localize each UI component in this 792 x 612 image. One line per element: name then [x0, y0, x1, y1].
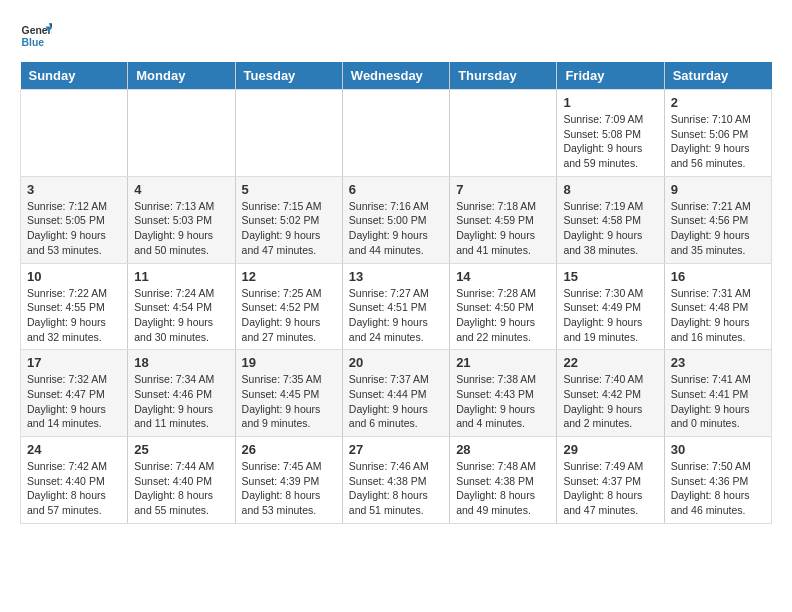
week-row-4: 17Sunrise: 7:32 AM Sunset: 4:47 PM Dayli…: [21, 350, 772, 437]
day-cell: [128, 90, 235, 177]
day-info: Sunrise: 7:15 AM Sunset: 5:02 PM Dayligh…: [242, 199, 336, 258]
day-cell: 23Sunrise: 7:41 AM Sunset: 4:41 PM Dayli…: [664, 350, 771, 437]
day-number: 29: [563, 442, 657, 457]
day-cell: [235, 90, 342, 177]
day-cell: 27Sunrise: 7:46 AM Sunset: 4:38 PM Dayli…: [342, 437, 449, 524]
day-info: Sunrise: 7:16 AM Sunset: 5:00 PM Dayligh…: [349, 199, 443, 258]
day-cell: 24Sunrise: 7:42 AM Sunset: 4:40 PM Dayli…: [21, 437, 128, 524]
day-info: Sunrise: 7:22 AM Sunset: 4:55 PM Dayligh…: [27, 286, 121, 345]
day-cell: 9Sunrise: 7:21 AM Sunset: 4:56 PM Daylig…: [664, 176, 771, 263]
day-number: 10: [27, 269, 121, 284]
col-header-tuesday: Tuesday: [235, 62, 342, 90]
day-cell: 13Sunrise: 7:27 AM Sunset: 4:51 PM Dayli…: [342, 263, 449, 350]
day-number: 20: [349, 355, 443, 370]
day-info: Sunrise: 7:40 AM Sunset: 4:42 PM Dayligh…: [563, 372, 657, 431]
day-info: Sunrise: 7:25 AM Sunset: 4:52 PM Dayligh…: [242, 286, 336, 345]
day-number: 11: [134, 269, 228, 284]
day-number: 2: [671, 95, 765, 110]
day-cell: 18Sunrise: 7:34 AM Sunset: 4:46 PM Dayli…: [128, 350, 235, 437]
day-cell: [21, 90, 128, 177]
day-info: Sunrise: 7:30 AM Sunset: 4:49 PM Dayligh…: [563, 286, 657, 345]
day-info: Sunrise: 7:27 AM Sunset: 4:51 PM Dayligh…: [349, 286, 443, 345]
day-cell: 14Sunrise: 7:28 AM Sunset: 4:50 PM Dayli…: [450, 263, 557, 350]
day-number: 14: [456, 269, 550, 284]
day-info: Sunrise: 7:48 AM Sunset: 4:38 PM Dayligh…: [456, 459, 550, 518]
week-row-2: 3Sunrise: 7:12 AM Sunset: 5:05 PM Daylig…: [21, 176, 772, 263]
day-number: 8: [563, 182, 657, 197]
day-info: Sunrise: 7:24 AM Sunset: 4:54 PM Dayligh…: [134, 286, 228, 345]
day-info: Sunrise: 7:31 AM Sunset: 4:48 PM Dayligh…: [671, 286, 765, 345]
day-number: 5: [242, 182, 336, 197]
day-number: 1: [563, 95, 657, 110]
day-cell: 5Sunrise: 7:15 AM Sunset: 5:02 PM Daylig…: [235, 176, 342, 263]
col-header-friday: Friday: [557, 62, 664, 90]
day-cell: 6Sunrise: 7:16 AM Sunset: 5:00 PM Daylig…: [342, 176, 449, 263]
day-number: 16: [671, 269, 765, 284]
day-cell: 26Sunrise: 7:45 AM Sunset: 4:39 PM Dayli…: [235, 437, 342, 524]
day-number: 3: [27, 182, 121, 197]
day-info: Sunrise: 7:34 AM Sunset: 4:46 PM Dayligh…: [134, 372, 228, 431]
day-cell: 11Sunrise: 7:24 AM Sunset: 4:54 PM Dayli…: [128, 263, 235, 350]
day-cell: 1Sunrise: 7:09 AM Sunset: 5:08 PM Daylig…: [557, 90, 664, 177]
day-cell: 28Sunrise: 7:48 AM Sunset: 4:38 PM Dayli…: [450, 437, 557, 524]
col-header-monday: Monday: [128, 62, 235, 90]
day-info: Sunrise: 7:35 AM Sunset: 4:45 PM Dayligh…: [242, 372, 336, 431]
logo: General Blue: [20, 20, 56, 52]
day-number: 22: [563, 355, 657, 370]
day-cell: 10Sunrise: 7:22 AM Sunset: 4:55 PM Dayli…: [21, 263, 128, 350]
day-cell: 29Sunrise: 7:49 AM Sunset: 4:37 PM Dayli…: [557, 437, 664, 524]
day-cell: 7Sunrise: 7:18 AM Sunset: 4:59 PM Daylig…: [450, 176, 557, 263]
week-row-3: 10Sunrise: 7:22 AM Sunset: 4:55 PM Dayli…: [21, 263, 772, 350]
day-info: Sunrise: 7:19 AM Sunset: 4:58 PM Dayligh…: [563, 199, 657, 258]
day-cell: 15Sunrise: 7:30 AM Sunset: 4:49 PM Dayli…: [557, 263, 664, 350]
day-info: Sunrise: 7:13 AM Sunset: 5:03 PM Dayligh…: [134, 199, 228, 258]
col-header-sunday: Sunday: [21, 62, 128, 90]
day-cell: 22Sunrise: 7:40 AM Sunset: 4:42 PM Dayli…: [557, 350, 664, 437]
col-header-saturday: Saturday: [664, 62, 771, 90]
day-number: 15: [563, 269, 657, 284]
day-cell: 30Sunrise: 7:50 AM Sunset: 4:36 PM Dayli…: [664, 437, 771, 524]
day-cell: 2Sunrise: 7:10 AM Sunset: 5:06 PM Daylig…: [664, 90, 771, 177]
day-cell: 4Sunrise: 7:13 AM Sunset: 5:03 PM Daylig…: [128, 176, 235, 263]
day-cell: 19Sunrise: 7:35 AM Sunset: 4:45 PM Dayli…: [235, 350, 342, 437]
day-info: Sunrise: 7:49 AM Sunset: 4:37 PM Dayligh…: [563, 459, 657, 518]
day-number: 27: [349, 442, 443, 457]
day-number: 26: [242, 442, 336, 457]
day-info: Sunrise: 7:50 AM Sunset: 4:36 PM Dayligh…: [671, 459, 765, 518]
day-info: Sunrise: 7:10 AM Sunset: 5:06 PM Dayligh…: [671, 112, 765, 171]
day-number: 18: [134, 355, 228, 370]
day-cell: 12Sunrise: 7:25 AM Sunset: 4:52 PM Dayli…: [235, 263, 342, 350]
day-info: Sunrise: 7:37 AM Sunset: 4:44 PM Dayligh…: [349, 372, 443, 431]
calendar-table: SundayMondayTuesdayWednesdayThursdayFrid…: [20, 62, 772, 524]
day-cell: 8Sunrise: 7:19 AM Sunset: 4:58 PM Daylig…: [557, 176, 664, 263]
day-number: 6: [349, 182, 443, 197]
svg-text:Blue: Blue: [22, 37, 45, 48]
day-info: Sunrise: 7:32 AM Sunset: 4:47 PM Dayligh…: [27, 372, 121, 431]
col-header-thursday: Thursday: [450, 62, 557, 90]
day-cell: 16Sunrise: 7:31 AM Sunset: 4:48 PM Dayli…: [664, 263, 771, 350]
day-info: Sunrise: 7:12 AM Sunset: 5:05 PM Dayligh…: [27, 199, 121, 258]
header: General Blue: [20, 20, 772, 52]
day-info: Sunrise: 7:46 AM Sunset: 4:38 PM Dayligh…: [349, 459, 443, 518]
day-info: Sunrise: 7:18 AM Sunset: 4:59 PM Dayligh…: [456, 199, 550, 258]
col-header-wednesday: Wednesday: [342, 62, 449, 90]
day-info: Sunrise: 7:45 AM Sunset: 4:39 PM Dayligh…: [242, 459, 336, 518]
day-cell: 25Sunrise: 7:44 AM Sunset: 4:40 PM Dayli…: [128, 437, 235, 524]
day-number: 13: [349, 269, 443, 284]
day-info: Sunrise: 7:41 AM Sunset: 4:41 PM Dayligh…: [671, 372, 765, 431]
day-cell: [450, 90, 557, 177]
day-cell: 3Sunrise: 7:12 AM Sunset: 5:05 PM Daylig…: [21, 176, 128, 263]
day-cell: 21Sunrise: 7:38 AM Sunset: 4:43 PM Dayli…: [450, 350, 557, 437]
day-number: 30: [671, 442, 765, 457]
day-info: Sunrise: 7:42 AM Sunset: 4:40 PM Dayligh…: [27, 459, 121, 518]
day-info: Sunrise: 7:38 AM Sunset: 4:43 PM Dayligh…: [456, 372, 550, 431]
day-info: Sunrise: 7:09 AM Sunset: 5:08 PM Dayligh…: [563, 112, 657, 171]
day-number: 9: [671, 182, 765, 197]
day-number: 12: [242, 269, 336, 284]
day-number: 23: [671, 355, 765, 370]
day-cell: 17Sunrise: 7:32 AM Sunset: 4:47 PM Dayli…: [21, 350, 128, 437]
day-number: 7: [456, 182, 550, 197]
day-number: 28: [456, 442, 550, 457]
day-number: 4: [134, 182, 228, 197]
day-number: 24: [27, 442, 121, 457]
